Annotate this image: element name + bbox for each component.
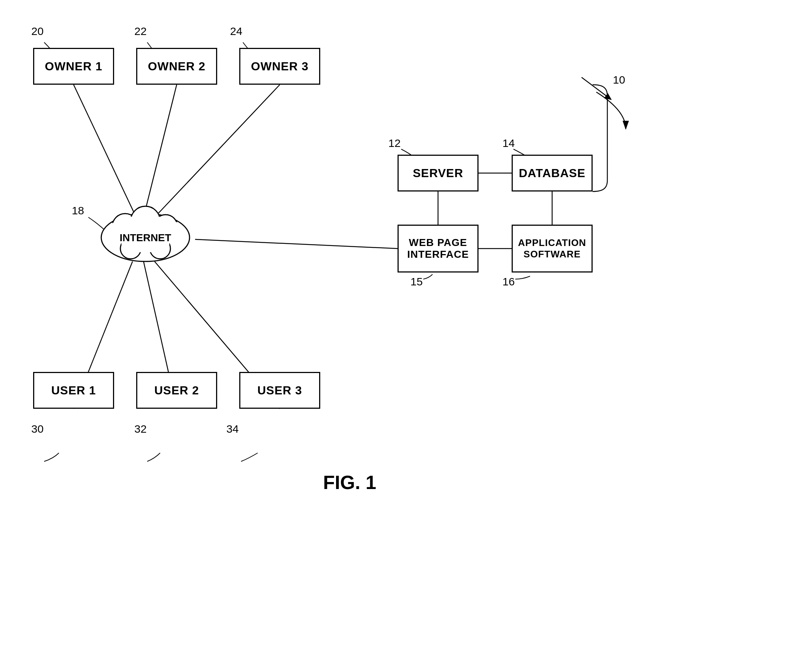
owner1-box: OWNER 1 bbox=[33, 48, 114, 85]
ref-16: 16 bbox=[502, 275, 514, 288]
svg-line-2 bbox=[154, 85, 280, 217]
svg-line-21 bbox=[581, 77, 611, 99]
user3-box: USER 3 bbox=[239, 372, 320, 409]
arrow-10 bbox=[578, 73, 622, 110]
application-software-label: APPLICATIONSOFTWARE bbox=[518, 237, 586, 260]
svg-text:INTERNET: INTERNET bbox=[119, 232, 171, 243]
svg-line-0 bbox=[73, 85, 136, 217]
diagram: OWNER 1 OWNER 2 OWNER 3 INTERNET SERVER … bbox=[0, 0, 812, 661]
database-label: DATABASE bbox=[519, 166, 585, 180]
figure-label: FIG. 1 bbox=[276, 471, 423, 493]
user1-box: USER 1 bbox=[33, 372, 114, 409]
owner2-label: OWNER 2 bbox=[148, 60, 205, 73]
application-software-box: APPLICATIONSOFTWARE bbox=[512, 225, 592, 273]
ref-12: 12 bbox=[388, 137, 400, 150]
user2-box: USER 2 bbox=[136, 372, 217, 409]
web-page-interface-box: WEB PAGEINTERFACE bbox=[398, 225, 479, 273]
owner1-label: OWNER 1 bbox=[45, 60, 102, 73]
user2-label: USER 2 bbox=[154, 384, 199, 398]
ref-24: 24 bbox=[230, 25, 242, 38]
ref-22: 22 bbox=[134, 25, 146, 38]
ref-32: 32 bbox=[134, 423, 146, 435]
internet-cloud: INTERNET bbox=[88, 204, 202, 273]
server-box: SERVER bbox=[398, 155, 479, 192]
ref-18: 18 bbox=[72, 204, 84, 217]
ref-20: 20 bbox=[31, 25, 43, 38]
svg-line-6 bbox=[195, 239, 398, 249]
server-label: SERVER bbox=[412, 166, 463, 180]
ref-14: 14 bbox=[502, 137, 514, 150]
svg-line-1 bbox=[143, 85, 177, 217]
database-box: DATABASE bbox=[512, 155, 592, 192]
owner3-box: OWNER 3 bbox=[239, 48, 320, 85]
diagram-lines bbox=[0, 0, 812, 661]
owner3-label: OWNER 3 bbox=[251, 60, 309, 73]
ref-30: 30 bbox=[31, 423, 43, 435]
owner2-box: OWNER 2 bbox=[136, 48, 217, 85]
user3-label: USER 3 bbox=[257, 384, 302, 398]
ref-15: 15 bbox=[411, 275, 423, 288]
web-page-interface-label: WEB PAGEINTERFACE bbox=[407, 237, 469, 260]
user1-label: USER 1 bbox=[51, 384, 96, 398]
ref-34: 34 bbox=[226, 423, 239, 435]
